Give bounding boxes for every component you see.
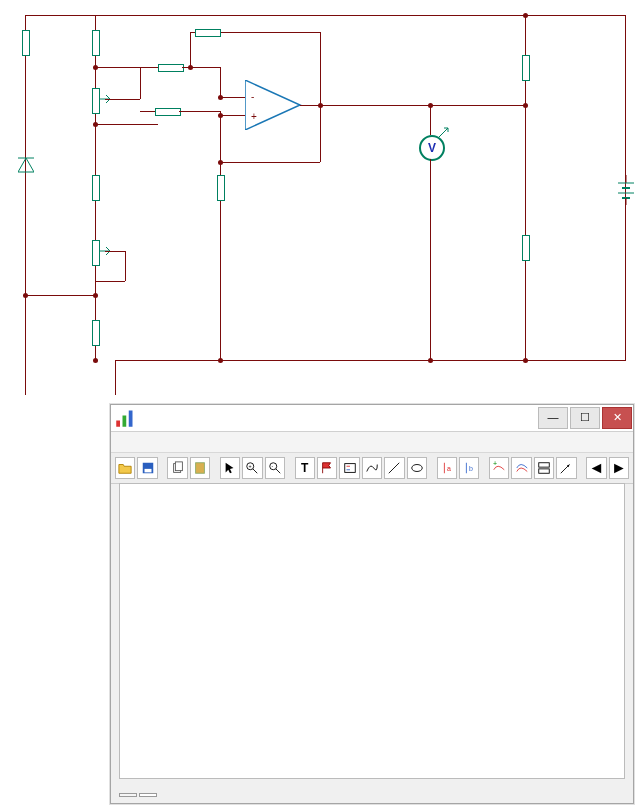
svg-text:+: +	[251, 111, 257, 122]
resistor-r2	[92, 175, 100, 201]
resistor-r4	[22, 30, 30, 56]
resistor-r10	[522, 235, 530, 261]
opamp-u1: - +	[245, 80, 305, 134]
resistor-r5	[155, 108, 181, 116]
resistor-r8	[195, 29, 221, 37]
resistor-r9	[522, 55, 530, 81]
battery-v1	[616, 175, 636, 209]
svg-marker-2	[245, 80, 300, 130]
resistor-r1	[92, 30, 100, 56]
pot-p2	[92, 240, 100, 266]
resistor-r3	[92, 320, 100, 346]
schematic-canvas: - + V	[0, 0, 640, 395]
resistor-r7	[217, 175, 225, 201]
pot-p1	[92, 88, 100, 114]
svg-marker-0	[18, 158, 34, 172]
diode-d1	[18, 150, 34, 184]
svg-text:-: -	[251, 91, 254, 102]
resistor-r6	[158, 64, 184, 72]
